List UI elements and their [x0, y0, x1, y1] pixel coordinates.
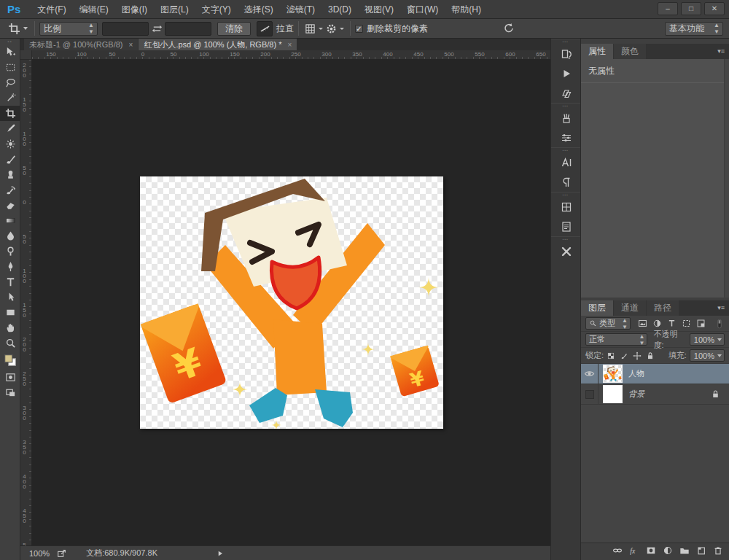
- new-group-icon[interactable]: [679, 545, 690, 556]
- menu-item-0[interactable]: 文件(F): [31, 0, 72, 19]
- filter-type-select[interactable]: 类型 ▲▼: [585, 317, 631, 330]
- layer-name[interactable]: 人物: [628, 368, 644, 379]
- new-adjustment-icon[interactable]: [663, 545, 673, 556]
- pixel-filter-icon[interactable]: [638, 319, 647, 328]
- healing-brush-tool[interactable]: [0, 136, 20, 152]
- tab-layers[interactable]: 图层: [581, 300, 613, 316]
- clone-stamp-tool[interactable]: [0, 167, 20, 182]
- fill-value[interactable]: 100%: [690, 349, 725, 362]
- crop-ratio-select[interactable]: 比例 ▲▼: [39, 22, 98, 36]
- layer-thumbnail[interactable]: [603, 385, 623, 403]
- collapsed-panel-character[interactable]: [551, 152, 582, 172]
- close-tab-icon[interactable]: ×: [287, 41, 292, 49]
- collapsed-panel-notes[interactable]: [551, 217, 582, 236]
- panel-grip[interactable]: ▪▪▪: [551, 39, 580, 44]
- maximize-button[interactable]: □: [681, 2, 701, 15]
- type-tool[interactable]: [0, 274, 20, 289]
- collapsed-panel-paragraph[interactable]: [551, 172, 582, 192]
- menu-item-8[interactable]: 视图(V): [358, 0, 400, 19]
- close-tab-icon[interactable]: ×: [129, 41, 133, 49]
- scrollbar[interactable]: [724, 59, 729, 298]
- smart-filter-icon[interactable]: [696, 319, 706, 328]
- lock-move-icon[interactable]: [633, 351, 642, 360]
- marquee-tool[interactable]: [0, 60, 20, 75]
- panel-grip[interactable]: [581, 39, 729, 44]
- magic-wand-tool[interactable]: [0, 90, 20, 106]
- shape-filter-icon[interactable]: [682, 319, 691, 328]
- menu-item-3[interactable]: 图层(L): [154, 0, 195, 19]
- menu-item-1[interactable]: 编辑(E): [73, 0, 115, 19]
- opacity-value[interactable]: 100%: [690, 333, 725, 346]
- brush-tool[interactable]: [0, 152, 20, 167]
- ratio-height-input[interactable]: [165, 22, 211, 36]
- zoom-tool[interactable]: [0, 335, 20, 351]
- rectangle-tool[interactable]: [0, 305, 20, 320]
- lock-transparent-icon[interactable]: [607, 351, 615, 360]
- collapsed-panel-brush-presets[interactable]: [551, 108, 582, 128]
- active-tool-badge[interactable]: [6, 21, 30, 36]
- tab-properties[interactable]: 属性: [581, 44, 613, 59]
- lasso-tool[interactable]: [0, 75, 20, 90]
- panel-menu-icon[interactable]: ▾≡: [717, 304, 725, 311]
- delete-layer-icon[interactable]: [713, 545, 723, 556]
- panel-grip[interactable]: ▪▪▪: [551, 236, 580, 241]
- collapsed-panel-actions[interactable]: [551, 63, 582, 83]
- straighten-icon[interactable]: [257, 21, 273, 36]
- menu-item-5[interactable]: 选择(S): [238, 0, 280, 19]
- zoom-level[interactable]: 100%: [29, 549, 50, 558]
- new-layer-icon[interactable]: [696, 545, 706, 556]
- menu-item-9[interactable]: 窗口(W): [400, 0, 445, 19]
- panel-menu-icon[interactable]: ▾≡: [717, 47, 725, 55]
- layer-name[interactable]: 背景: [628, 389, 644, 400]
- menu-item-6[interactable]: 滤镜(T): [280, 0, 321, 19]
- tab-hongbao-psd[interactable]: 红包小人.psd @ 100% (人物, RGB/8) * ×: [139, 39, 297, 50]
- layer-thumbnail[interactable]: [603, 365, 623, 383]
- collapsed-panel-history[interactable]: [551, 44, 582, 63]
- path-select-tool[interactable]: [0, 289, 20, 305]
- visibility-toggle[interactable]: [581, 364, 599, 384]
- lock-paint-icon[interactable]: [620, 351, 628, 360]
- menu-item-2[interactable]: 图像(I): [115, 0, 154, 19]
- crop-tool[interactable]: [0, 106, 20, 121]
- hand-tool[interactable]: [0, 320, 20, 335]
- layer-style-fx-icon[interactable]: [629, 545, 639, 556]
- gradient-tool[interactable]: [0, 213, 20, 228]
- panel-grip[interactable]: ▪▪▪: [551, 192, 580, 197]
- type-filter-icon[interactable]: [667, 319, 677, 328]
- history-brush-tool[interactable]: [0, 182, 20, 198]
- document-size-info[interactable]: 文档:680.9K/907.8K: [86, 548, 157, 559]
- eraser-tool[interactable]: [0, 198, 20, 213]
- menu-item-7[interactable]: 3D(D): [321, 0, 358, 19]
- document-canvas[interactable]: [140, 176, 443, 429]
- tab-untitled[interactable]: 未标题-1 @ 100%(RGB/8) ×: [24, 39, 138, 50]
- collapsed-panel-clone-source[interactable]: [551, 83, 582, 103]
- eyedropper-tool[interactable]: [0, 121, 20, 136]
- collapsed-panel-tool-presets[interactable]: [551, 241, 582, 261]
- layer-row-renwu[interactable]: 人物: [581, 364, 729, 384]
- overlay-grid-icon[interactable]: [303, 21, 324, 36]
- filter-toggle-icon[interactable]: [714, 318, 725, 330]
- link-layers-icon[interactable]: [612, 545, 623, 556]
- minimize-button[interactable]: –: [658, 2, 678, 15]
- screen-mode-button[interactable]: [0, 385, 20, 400]
- panel-grip[interactable]: ▪▪▪: [551, 147, 580, 152]
- add-mask-icon[interactable]: [646, 545, 656, 556]
- canvas-area[interactable]: [32, 60, 550, 545]
- panel-grip[interactable]: ▪▪▪: [551, 103, 580, 108]
- swap-values-icon[interactable]: [149, 21, 165, 36]
- collapsed-panel-brush-settings[interactable]: [551, 128, 582, 147]
- visibility-toggle[interactable]: [581, 384, 599, 405]
- collapsed-panel-info[interactable]: [551, 197, 582, 217]
- layer-row-background[interactable]: 背景: [581, 384, 729, 405]
- workspace-select[interactable]: 基本功能 ▲▼: [665, 22, 723, 36]
- menu-item-4[interactable]: 文字(Y): [195, 0, 238, 19]
- reset-icon[interactable]: [503, 23, 515, 34]
- tab-color[interactable]: 颜色: [614, 44, 646, 59]
- straighten-label[interactable]: 拉直: [276, 23, 294, 35]
- blend-mode-select[interactable]: 正常 ▲▼: [585, 333, 647, 346]
- dodge-tool[interactable]: [0, 244, 20, 259]
- export-icon[interactable]: [57, 548, 67, 559]
- lock-all-icon[interactable]: [646, 351, 655, 360]
- ratio-width-input[interactable]: [102, 22, 149, 36]
- adjustment-filter-icon[interactable]: [652, 319, 662, 328]
